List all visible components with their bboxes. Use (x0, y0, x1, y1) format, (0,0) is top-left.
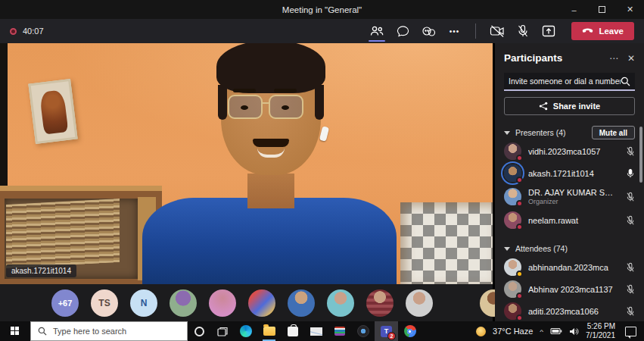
minimize-icon: – (571, 5, 576, 14)
participant-row[interactable]: vidhi.2023mca1057 (504, 140, 635, 162)
status-busy-dot (516, 155, 523, 161)
taskbar-search[interactable]: Type here to search (30, 321, 188, 341)
photo-avatar[interactable] (406, 289, 433, 317)
windows-taskbar: Type here to search T 2 37°C Haze ^ 5:26… (0, 321, 644, 341)
participant-row[interactable]: Abhinav 2023mca1137 (504, 278, 635, 300)
participants-avatar-strip: +67 TS N (0, 284, 493, 321)
windows-logo-icon (11, 327, 20, 336)
mic-toggle-button[interactable] (512, 20, 534, 42)
participant-row[interactable]: aditi.2023mca1066 (504, 300, 635, 321)
breakout-rooms-button[interactable] (418, 20, 439, 42)
mail-button[interactable] (304, 321, 328, 341)
edge-button[interactable] (234, 321, 257, 341)
leave-label: Leave (599, 27, 624, 36)
teams-button[interactable]: T 2 (375, 321, 398, 341)
initials-avatar[interactable]: N (130, 289, 157, 317)
window-titlebar: Meeting in "General" – ✕ (0, 0, 644, 19)
avatar (504, 302, 521, 320)
share-invite-button[interactable]: Share invite (504, 97, 635, 115)
mic-muted-icon (626, 306, 635, 317)
tray-date: 7/1/2021 (586, 331, 615, 340)
person-mustache (253, 139, 289, 147)
leave-button[interactable]: Leave (571, 22, 634, 40)
participant-row[interactable]: DR. AJAY KUMAR SHRIVASTA... Organizer (504, 184, 635, 209)
cortana-icon (194, 327, 204, 336)
store-button[interactable] (281, 321, 304, 341)
hangup-icon (582, 28, 593, 35)
chat-icon (397, 25, 409, 37)
person-torso (142, 198, 397, 284)
photo-avatar[interactable] (288, 289, 315, 317)
camera-off-icon (489, 25, 506, 37)
more-actions-button[interactable]: ••• (443, 20, 465, 42)
recording-indicator: 40:07 (10, 27, 44, 36)
mic-muted-icon (626, 284, 635, 295)
more-icon: ••• (450, 27, 460, 36)
avatar (504, 142, 521, 160)
panel-more-button[interactable]: ⋯ (609, 53, 618, 64)
meeting-toolbar: 40:07 ••• Leave (0, 19, 644, 43)
minimize-button[interactable]: – (560, 0, 588, 19)
edge-icon (240, 325, 252, 337)
tray-chevron-icon[interactable]: ^ (540, 328, 543, 335)
camera-toggle-button[interactable] (487, 20, 508, 42)
cortana-button[interactable] (188, 321, 210, 341)
battery-icon[interactable] (550, 327, 562, 335)
chat-button[interactable] (392, 20, 413, 42)
circle-app-icon (357, 325, 369, 337)
invite-input[interactable] (509, 77, 621, 86)
photo-avatar[interactable] (327, 289, 354, 317)
participants-scrollbar[interactable] (639, 127, 642, 183)
file-explorer-button[interactable] (257, 321, 281, 341)
media-app-button[interactable] (328, 321, 351, 341)
participant-row[interactable]: neelam.rawat (504, 209, 635, 231)
speaker-icon[interactable] (569, 327, 579, 336)
action-center-icon[interactable] (625, 327, 636, 336)
photo-avatar[interactable] (366, 289, 394, 317)
weather-text[interactable]: 37°C Haze (493, 327, 533, 336)
teams-icon: T 2 (381, 326, 392, 337)
search-icon[interactable] (621, 77, 630, 86)
people-icon (369, 25, 384, 37)
status-busy-dot (516, 177, 523, 183)
status-busy-dot (516, 314, 523, 321)
close-button[interactable]: ✕ (616, 0, 644, 19)
window-title: Meeting in "General" (282, 5, 362, 14)
file-explorer-icon (263, 327, 275, 336)
chrome-icon (404, 325, 416, 337)
photo-avatar[interactable] (209, 289, 236, 317)
initials-avatar[interactable]: TS (91, 289, 118, 317)
breakout-rooms-icon (422, 26, 436, 37)
earbud (319, 126, 329, 142)
taskbar-search-placeholder: Type here to search (53, 327, 126, 336)
mute-all-button[interactable]: Mute all (592, 126, 635, 139)
participant-row[interactable]: akash.1721it1014 (504, 162, 635, 184)
checkered-curtain (400, 202, 493, 284)
main-video-tile[interactable]: akash.1721it1014 (0, 43, 493, 284)
presenters-section-header[interactable]: Presenters (4) Mute all (504, 125, 635, 140)
app-button[interactable] (351, 321, 375, 341)
chrome-button[interactable] (398, 321, 422, 341)
store-icon (288, 327, 298, 336)
search-icon (38, 327, 47, 336)
status-busy-dot (516, 224, 523, 230)
weather-icon (476, 327, 486, 336)
attendees-section-header[interactable]: Attendees (74) (504, 241, 635, 256)
maximize-icon (599, 6, 605, 13)
panel-close-button[interactable]: ✕ (627, 53, 635, 64)
clock[interactable]: 5:26 PM 7/1/2021 (586, 322, 615, 340)
share-invite-label: Share invite (553, 102, 600, 111)
person-hair (216, 43, 325, 93)
maximize-button[interactable] (588, 0, 616, 19)
participant-row[interactable]: abhinandan.2023mca (504, 256, 635, 278)
avatar (504, 258, 521, 276)
share-screen-button[interactable] (538, 20, 559, 42)
mic-muted-icon (626, 192, 635, 202)
photo-avatar[interactable] (170, 289, 197, 317)
participants-panel: Participants ⋯ ✕ Share invite Presenters… (495, 43, 644, 321)
overflow-count-avatar[interactable]: +67 (51, 289, 79, 317)
start-button[interactable] (0, 321, 30, 341)
photo-avatar[interactable] (248, 289, 275, 317)
participants-toggle-button[interactable] (366, 20, 387, 42)
task-view-button[interactable] (210, 321, 234, 341)
